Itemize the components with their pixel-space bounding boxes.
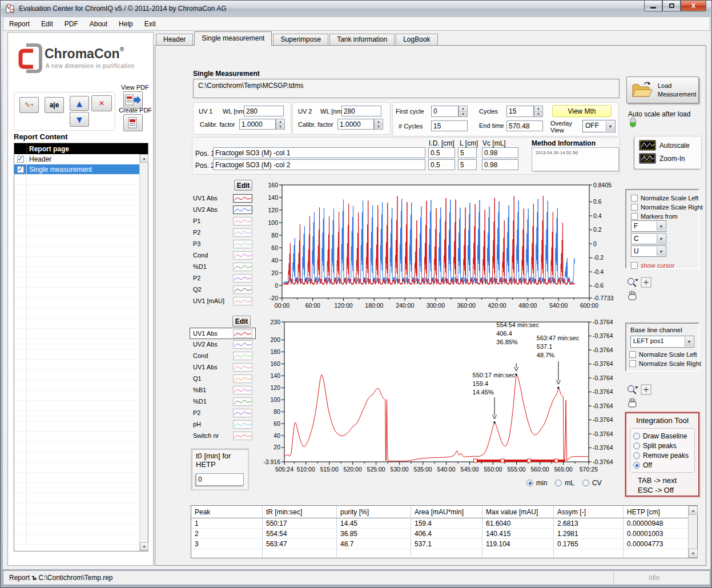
legend-item[interactable]: %B1 [193, 384, 252, 396]
legend-item[interactable]: %D1 [193, 261, 252, 272]
integration-option[interactable]: Split peaks [633, 441, 689, 450]
chart1-zoom-tool[interactable] [626, 277, 653, 288]
zoom-in-button[interactable] [639, 153, 656, 164]
legend-item[interactable]: Cond [193, 249, 252, 261]
end-time-input[interactable] [506, 120, 543, 131]
item-checkbox[interactable] [17, 166, 24, 173]
legend-item[interactable]: Switch nr [193, 430, 252, 441]
integration-option[interactable]: Off [633, 460, 689, 470]
legend-item[interactable]: UV1 Abs [193, 361, 252, 373]
checkbox-row[interactable]: Markers from [631, 212, 703, 221]
uv1-calib-input[interactable] [239, 119, 276, 130]
radio-icon[interactable] [526, 480, 533, 486]
tab-tank-information[interactable]: Tank information [329, 34, 395, 46]
scroll-down-icon[interactable]: ▼ [689, 549, 698, 558]
integration-option[interactable]: Remove peaks [633, 450, 689, 460]
legend-item[interactable]: %D1 [193, 396, 252, 407]
pos2-name-input[interactable] [213, 159, 425, 170]
num-cycles-input[interactable] [431, 120, 468, 131]
radio-icon[interactable] [633, 452, 640, 459]
legend-item[interactable]: pH [193, 418, 252, 430]
uv1-wl-input[interactable] [244, 106, 284, 116]
overlay-dropdown[interactable]: OFF ▼ [582, 120, 616, 132]
load-measurement-button[interactable]: Load Measurement [626, 76, 699, 103]
add-item-button[interactable]: ✎+ [19, 97, 39, 113]
checkbox-row[interactable]: Normalize Scale Left [631, 194, 703, 203]
chart2-pan-tool[interactable] [626, 397, 639, 409]
radio-icon[interactable] [633, 462, 640, 469]
list-item[interactable]: Single measurement [14, 164, 139, 175]
scroll-down-icon[interactable]: ▼ [140, 542, 148, 551]
list-scrollbar[interactable]: ▲ ▼ [139, 154, 148, 551]
checkbox-icon[interactable] [631, 195, 638, 202]
move-down-button[interactable]: ▼ [70, 112, 89, 127]
scroll-up-icon[interactable]: ▲ [689, 506, 698, 515]
integration-option[interactable]: Draw Baseline [633, 431, 689, 441]
legend-item[interactable]: P1 [193, 215, 252, 227]
radio-icon[interactable] [633, 442, 640, 449]
pos1-l-input[interactable] [458, 147, 477, 158]
marker-channel-dropdown[interactable]: C▼ [631, 233, 666, 244]
autoscale-button[interactable] [639, 140, 656, 151]
pos1-id-input[interactable] [428, 147, 455, 158]
show-cursor-row[interactable]: show cursor [631, 261, 674, 270]
create-pdf-button[interactable] [123, 114, 143, 131]
legend-item[interactable]: UV2 Abs [193, 339, 252, 350]
pos1-name-input[interactable] [213, 147, 425, 158]
first-cycle-spinner[interactable]: ▲▼ [458, 106, 468, 117]
tab-superimpose[interactable]: Superimpose [273, 34, 328, 46]
chart2-single-cycle[interactable]: 505:24510:00515:00520:00525:00530:00535:… [255, 316, 623, 483]
chart1-pan-tool[interactable] [626, 289, 639, 302]
legend-item[interactable]: P2 [193, 407, 252, 418]
legend-item[interactable]: UV1 Abs [193, 192, 252, 204]
menu-about[interactable]: About [84, 18, 113, 30]
tab-logbook[interactable]: LogBook [396, 34, 437, 46]
close-button[interactable]: X [681, 1, 706, 11]
checkbox-icon[interactable] [631, 213, 638, 220]
baseline-channel-dropdown[interactable]: LEFT pos1 ▼ [630, 336, 694, 348]
table-scrollbar[interactable]: ▲▼ [688, 506, 697, 558]
maximize-button[interactable] [662, 1, 681, 11]
uv2-calib-input[interactable] [337, 119, 374, 130]
legend-item[interactable]: P2 [193, 227, 252, 238]
menu-help[interactable]: Help [113, 18, 139, 30]
scroll-up-icon[interactable]: ▲ [140, 154, 148, 163]
legend-item[interactable]: UV1 Abs [190, 328, 256, 339]
uv2-calib-spinner[interactable]: ▲▼ [374, 119, 383, 130]
list-item[interactable]: Header [14, 154, 139, 164]
pos2-id-input[interactable] [428, 159, 455, 170]
checkbox-icon[interactable] [631, 204, 638, 211]
pos1-vc-input[interactable] [482, 147, 518, 158]
tab-header[interactable]: Header [156, 34, 193, 46]
unit-option-mL[interactable]: mL [555, 478, 574, 488]
checkbox-icon[interactable] [629, 351, 636, 358]
legend-item[interactable]: UV2 Abs [193, 204, 252, 215]
legend-item[interactable]: Q2 [193, 284, 252, 295]
move-up-button[interactable]: ▲ [70, 96, 89, 111]
view-mth-button[interactable]: View Mth [552, 105, 612, 117]
unit-option-min[interactable]: min [526, 478, 547, 488]
pos2-vc-input[interactable] [482, 159, 518, 170]
chart1-edit-button[interactable]: Edit [234, 180, 252, 191]
radio-icon[interactable] [582, 480, 589, 486]
chart1-overview[interactable]: 00:0060:00120:00180:00240:00300:00360:00… [261, 179, 622, 313]
menu-edit[interactable]: Edit [35, 18, 59, 30]
radio-icon[interactable] [633, 433, 640, 440]
autoscale-led-toggle[interactable] [630, 118, 636, 127]
delete-item-button[interactable]: ✕ [91, 95, 112, 111]
pos2-l-input[interactable] [458, 159, 477, 170]
legend-item[interactable]: Q1 [193, 373, 252, 384]
rename-item-button[interactable]: a|e [45, 97, 64, 113]
tab-single-measurement[interactable]: Single measurement [194, 31, 272, 46]
menu-exit[interactable]: Exit [139, 18, 162, 30]
item-checkbox[interactable] [17, 156, 24, 163]
legend-item[interactable]: Cond [193, 350, 252, 361]
cycles-input[interactable] [506, 106, 534, 117]
cycles-spinner[interactable]: ▲▼ [534, 106, 543, 117]
view-pdf-button[interactable] [123, 91, 143, 108]
marker-channel-dropdown[interactable]: U▼ [631, 245, 666, 257]
checkbox-row[interactable]: Normalize Scale Left [629, 350, 701, 359]
chart2-zoom-tool[interactable] [626, 384, 653, 396]
legend-item[interactable]: P2 [193, 272, 252, 284]
t0-input[interactable] [196, 473, 244, 486]
